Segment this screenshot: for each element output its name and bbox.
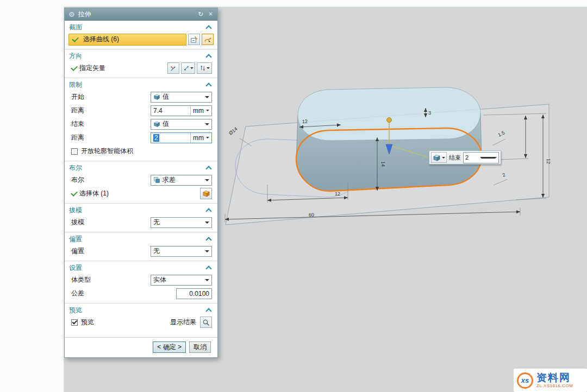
section-group: 截面 选择曲线 (6) [65, 21, 217, 49]
chevron-down-icon [205, 179, 209, 181]
open-profile-checkbox[interactable] [71, 148, 78, 155]
collapse-chevron-icon[interactable] [205, 166, 211, 172]
show-result-button[interactable] [200, 317, 212, 328]
settings-group-header[interactable]: 设置 [65, 261, 217, 273]
offset-row: 偏置 无 [65, 244, 217, 258]
end-limit-label: 结束 [449, 154, 461, 162]
dialog-button-row: < 确定 > 取消 [65, 337, 217, 357]
end-distance-unit-dropdown[interactable]: mm [190, 133, 211, 143]
draft-value: 无 [153, 218, 160, 227]
start-distance-unit-dropdown[interactable]: mm [190, 106, 211, 116]
select-body-row: 选择体 (1) [65, 187, 217, 200]
end-limit-value: 值 [163, 119, 169, 129]
collapse-chevron-icon[interactable] [205, 308, 211, 314]
curve-select-button[interactable] [202, 34, 214, 45]
vector-type-dropdown[interactable] [181, 62, 195, 74]
chevron-down-icon [206, 110, 209, 111]
select-curve-row: 选择曲线 (6) [65, 33, 217, 46]
limits-group-header[interactable]: 限制 [65, 78, 217, 90]
limit-type-dropdown[interactable] [431, 152, 447, 163]
dim-straight-length: 12 [335, 191, 340, 197]
draft-dropdown[interactable]: 无 [151, 217, 212, 228]
direction-group-title: 方向 [69, 52, 207, 61]
onscreen-input-toolbar: 结束 2 [429, 150, 501, 165]
chevron-down-icon [205, 96, 209, 98]
offset-value: 无 [153, 246, 160, 256]
start-distance-value: 7.4 [151, 107, 190, 115]
vector-dialog-icon [170, 65, 177, 72]
select-body-button[interactable] [200, 188, 212, 199]
end-distance-value: 2 [151, 134, 190, 142]
draft-label: 拔模 [71, 218, 151, 227]
tolerance-input[interactable]: 0.0100 [176, 288, 212, 299]
reset-icon[interactable]: ↻ [197, 10, 204, 18]
body-type-dropdown[interactable]: 实体 [151, 275, 212, 286]
sketch-section-button[interactable] [188, 34, 200, 45]
preview-checkbox[interactable] [71, 319, 78, 326]
watermark-text: 资料网 ZL.XS1616.COM [536, 372, 573, 389]
cube-icon [153, 93, 160, 100]
settings-group: 设置 体类型 实体 公差 0.0100 [65, 261, 217, 303]
reverse-direction-dropdown[interactable] [197, 62, 212, 74]
boolean-group-header[interactable]: 布尔 [65, 161, 217, 173]
ok-button[interactable]: < 确定 > [153, 342, 186, 353]
collapse-chevron-icon[interactable] [205, 25, 211, 31]
offset-group-header[interactable]: 偏置 [65, 232, 217, 244]
chevron-down-icon [206, 137, 209, 138]
start-distance-row: 距离 7.4 mm [65, 104, 217, 117]
collapse-chevron-icon[interactable] [205, 265, 211, 271]
select-curve-field[interactable]: 选择曲线 (6) [68, 34, 186, 46]
collapse-chevron-icon[interactable] [205, 83, 211, 88]
tolerance-value: 0.0100 [189, 290, 209, 298]
offset-dropdown[interactable]: 无 [151, 246, 212, 257]
cancel-button[interactable]: 取消 [189, 342, 211, 353]
end-distance-onscreen-value: 2 [465, 154, 479, 161]
start-limit-dropdown[interactable]: 值 [151, 92, 212, 103]
offset-label: 偏置 [71, 246, 151, 256]
section-group-header[interactable]: 截面 [65, 21, 217, 33]
extrude-handle-ball[interactable] [387, 118, 392, 123]
end-limit-row: 结束 值 [65, 117, 217, 131]
boolean-group-title: 布尔 [69, 163, 207, 173]
preview-group: 预览 预览 显示结果 [65, 303, 217, 332]
boolean-dropdown[interactable]: 求差 [151, 175, 212, 186]
collapse-chevron-icon[interactable] [205, 208, 211, 214]
dialog-titlebar[interactable]: ⚙ 拉伸 ↻ × [65, 8, 217, 21]
preview-group-title: 预览 [69, 306, 207, 315]
boolean-label: 布尔 [71, 175, 151, 185]
specify-vector-row: 指定矢量 [65, 61, 217, 75]
collapse-chevron-icon[interactable] [205, 54, 211, 60]
chevron-down-icon [205, 250, 209, 252]
dialog-body: 截面 选择曲线 (6) [65, 21, 217, 357]
end-limit-dropdown[interactable]: 值 [151, 119, 212, 130]
collapse-chevron-icon[interactable] [205, 237, 211, 243]
close-icon[interactable]: × [208, 10, 214, 18]
body-type-value: 实体 [153, 275, 166, 284]
select-body-label: 选择体 (1) [79, 189, 198, 198]
boolean-value: 求差 [163, 175, 176, 185]
draft-group-header[interactable]: 拔模 [65, 204, 217, 216]
body-type-row: 体类型 实体 [65, 273, 217, 287]
dim-top-right-height: 3 [428, 110, 431, 116]
vector-constructor-button[interactable] [167, 62, 179, 74]
chevron-down-icon [190, 67, 193, 69]
chevron-down-icon [205, 123, 209, 125]
chevron-down-icon [205, 222, 209, 224]
offset-group: 偏置 偏置 无 [65, 232, 217, 261]
tolerance-label: 公差 [71, 289, 176, 298]
preview-group-header[interactable]: 预览 [65, 304, 217, 315]
dialog-title: 拉伸 [78, 10, 193, 19]
start-distance-input[interactable]: 7.4 mm [151, 105, 212, 116]
direction-group-header[interactable]: 方向 [65, 49, 217, 61]
limits-group-title: 限制 [69, 80, 207, 90]
open-profile-label: 开放轮廓智能体积 [81, 147, 212, 156]
up-down-arrows-icon [199, 65, 206, 72]
end-distance-onscreen-input[interactable]: 2 [463, 152, 499, 163]
end-label: 结束 [71, 119, 151, 129]
dialog-options-gear-icon[interactable]: ⚙ [68, 11, 75, 18]
chevron-down-icon [442, 157, 445, 159]
end-distance-input[interactable]: 2 mm [151, 132, 212, 143]
watermark-url: ZL.XS1616.COM [536, 383, 573, 388]
body-type-label: 体类型 [71, 275, 151, 284]
show-result-label: 显示结果 [170, 318, 196, 327]
